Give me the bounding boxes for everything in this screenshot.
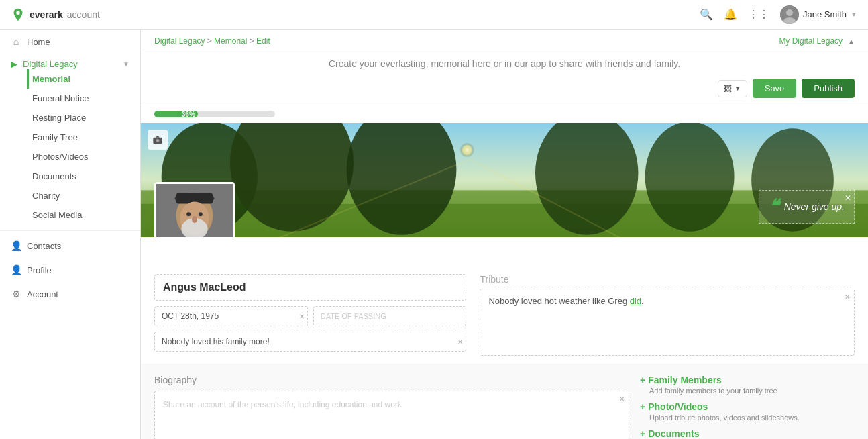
add-family-button[interactable]: + Family Members	[640, 375, 855, 385]
biography-close[interactable]: ✕	[619, 395, 625, 403]
profile-photo-svg	[156, 183, 233, 237]
tagline-text: Nobody loved his family more!	[162, 337, 270, 346]
action-bar: 🖼 ▼ Save Publish	[141, 75, 868, 105]
subtitle-bar: Create your everlasting, memorial here o…	[141, 50, 868, 75]
sidebar-item-documents[interactable]: Documents	[27, 166, 129, 186]
user-avatar-img	[780, 5, 799, 24]
add-item-documents: + Documents Upload presentations, articl…	[640, 428, 855, 439]
breadcrumb-sep2: >	[250, 36, 256, 46]
sidebar-item-family-tree[interactable]: Family Tree	[27, 128, 129, 147]
tribute-link[interactable]: did	[630, 296, 641, 306]
main-content: Digital Legacy > Memorial > Edit My Digi…	[141, 30, 868, 439]
search-icon[interactable]: 🔍	[700, 8, 713, 21]
lower-section: Biography Share an account of the person…	[141, 364, 868, 439]
tribute-text-2: .	[641, 296, 644, 306]
biography-box[interactable]: Share an account of the person's life, i…	[154, 391, 629, 439]
progress-bar-section: 36%	[141, 105, 868, 123]
dob-close[interactable]: ✕	[299, 313, 305, 320]
topnav: everark account 🔍 🔔 ⋮⋮ Jane Smith ▼	[0, 0, 868, 30]
topnav-right: 🔍 🔔 ⋮⋮ Jane Smith ▼	[700, 5, 857, 24]
brand-name: everark	[30, 9, 63, 20]
my-legacy-chevron: ▲	[848, 38, 855, 45]
user-menu-chevron: ▼	[851, 11, 857, 18]
publish-button[interactable]: Publish	[802, 79, 855, 98]
contacts-icon: 👤	[11, 240, 21, 251]
my-legacy-link[interactable]: My Digital Legacy	[779, 36, 843, 46]
monitor-button[interactable]: 🖼 ▼	[718, 80, 747, 97]
person-info-section: OCT 28th, 1975 ✕ DATE OF PASSING Nobody …	[141, 237, 868, 364]
progress-label: 36%	[182, 111, 195, 118]
tagline-close[interactable]: ✕	[457, 338, 463, 346]
add-item-photos: + Photo/Videos Upload tribute photos, vi…	[640, 401, 855, 422]
plus-icon-documents: +	[640, 428, 645, 439]
sidebar-item-account[interactable]: ⚙ Account	[0, 282, 140, 306]
biography-placeholder: Share an account of the person's life, i…	[163, 400, 402, 409]
add-items-col: + Family Members Add family members to y…	[640, 375, 855, 439]
dates-row: OCT 28th, 1975 ✕ DATE OF PASSING	[154, 306, 466, 326]
sidebar-item-funeral-notice[interactable]: Funeral Notice	[27, 89, 129, 108]
breadcrumb: Digital Legacy > Memorial > Edit	[154, 36, 270, 46]
hero-banner: ❝ Never give up. ✕	[141, 123, 868, 237]
add-photos-button[interactable]: + Photo/Videos	[640, 401, 855, 412]
plus-icon-photos: +	[640, 401, 645, 412]
sidebar-item-social-media[interactable]: Social Media	[27, 205, 129, 225]
hero-camera-button[interactable]	[148, 130, 168, 150]
plus-icon-family: +	[640, 375, 645, 385]
hero-quote-close[interactable]: ✕	[845, 193, 851, 203]
svg-point-2	[786, 9, 793, 16]
dob-value: OCT 28th, 1975	[162, 311, 219, 321]
sidebar-item-charity[interactable]: Charity	[27, 186, 129, 205]
person-info-left: OCT 28th, 1975 ✕ DATE OF PASSING Nobody …	[154, 274, 466, 356]
photos-desc: Upload tribute photos, videos and slides…	[640, 413, 855, 422]
sidebar-item-memorial[interactable]: Memorial	[27, 69, 129, 89]
svg-point-12	[645, 123, 735, 232]
tribute-section: Tribute Nobody loved hot weather like Gr…	[480, 274, 855, 356]
svg-point-18	[156, 140, 158, 142]
sidebar-account-label: Account	[27, 289, 58, 299]
hero-quote-box: ❝ Never give up. ✕	[759, 190, 855, 224]
monitor-chevron: ▼	[735, 85, 741, 92]
sidebar-item-photos-videos[interactable]: Photos/Videos	[27, 147, 129, 166]
monitor-icon: 🖼	[724, 84, 732, 93]
name-input[interactable]	[163, 281, 457, 293]
svg-point-27	[192, 216, 197, 223]
name-box[interactable]	[154, 274, 466, 301]
add-item-family: + Family Members Add family members to y…	[640, 375, 855, 395]
dop-placeholder: DATE OF PASSING	[321, 312, 386, 320]
avatar	[780, 5, 799, 24]
home-icon: ⌂	[11, 36, 21, 47]
documents-label: Documents	[648, 428, 699, 439]
sidebar-item-profile[interactable]: 👤 Profile	[0, 258, 140, 282]
breadcrumb-digital-legacy[interactable]: Digital Legacy	[154, 36, 205, 46]
logo[interactable]: everark account	[11, 7, 100, 22]
progress-track: 36%	[154, 111, 275, 117]
quote-mark: ❝	[769, 197, 779, 216]
family-desc: Add family members to your family tree	[640, 387, 855, 395]
dop-box[interactable]: DATE OF PASSING	[313, 306, 467, 326]
logo-icon	[11, 7, 25, 22]
tagline-box: Nobody loved his family more! ✕	[154, 332, 466, 352]
user-menu[interactable]: Jane Smith ▼	[780, 5, 857, 24]
sidebar-item-contacts[interactable]: 👤 Contacts	[0, 234, 140, 258]
breadcrumb-bar: Digital Legacy > Memorial > Edit My Digi…	[141, 30, 868, 50]
progress-fill: 36%	[154, 111, 198, 117]
svg-point-25	[186, 212, 191, 216]
layout: ⌂ Home ▶ Digital Legacy ▼ Memorial Funer…	[0, 30, 868, 439]
svg-point-0	[16, 11, 20, 15]
grid-icon[interactable]: ⋮⋮	[748, 8, 769, 21]
notification-icon[interactable]: 🔔	[724, 8, 737, 21]
biography-label: Biography	[154, 375, 629, 385]
sidebar-contacts-label: Contacts	[27, 241, 61, 251]
save-button[interactable]: Save	[753, 79, 797, 98]
breadcrumb-memorial[interactable]: Memorial	[214, 36, 247, 46]
profile-icon: 👤	[11, 264, 21, 275]
tribute-box[interactable]: Nobody loved hot weather like Greg did. …	[480, 289, 855, 356]
add-documents-button[interactable]: + Documents	[640, 428, 855, 439]
digital-legacy-icon: ▶	[11, 59, 17, 69]
tribute-close[interactable]: ✕	[845, 293, 850, 301]
sidebar-item-resting-place[interactable]: Resting Place	[27, 108, 129, 128]
digital-legacy-chevron: ▼	[123, 60, 129, 68]
sidebar-digital-legacy[interactable]: ▶ Digital Legacy ▼	[11, 59, 129, 69]
sidebar-item-home[interactable]: ⌂ Home	[0, 30, 140, 54]
profile-photo	[156, 184, 233, 237]
